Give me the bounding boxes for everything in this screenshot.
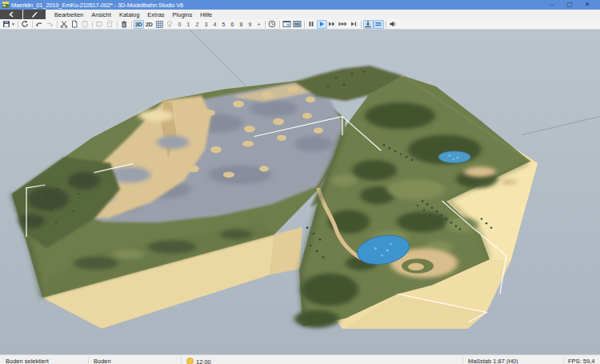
menu-bearbeiten[interactable]: Bearbeiten [50,11,87,18]
delete-icon [120,20,128,28]
sun-icon [186,358,194,364]
new-page-button[interactable] [70,20,80,29]
collapse-panel-button[interactable] [0,10,22,19]
cut-icon [60,20,68,28]
camera-2-button[interactable]: 2 [193,20,202,29]
clock-icon [268,20,276,28]
rotate-button[interactable] [105,20,115,29]
layout-window-button[interactable] [282,20,292,29]
camera-6-button[interactable]: 6 [228,20,237,29]
redo-icon [46,20,54,28]
couple-icon [374,20,382,28]
play-icon [318,21,325,27]
view-2d-toggle[interactable]: 2D [144,20,154,29]
main-toolbar: ▼ [0,19,600,30]
status-time: 12:00 [186,358,211,364]
camera-5-button[interactable]: 5 [219,20,228,29]
undo-icon [35,20,43,28]
to-end-icon [350,21,358,27]
pause-icon [308,21,314,27]
status-bar: Boden selektiert Boden 12:00 Maßstab 1:8… [0,354,600,364]
sound-icon [389,20,397,28]
camera-4-button[interactable]: 4 [210,20,219,29]
paste-icon [81,20,89,28]
status-scale: Maßstab 1:87 (H0) [468,358,518,364]
skip-to-end-button[interactable] [349,20,359,29]
close-button[interactable]: ✕ [583,2,591,8]
menu-ansicht[interactable]: Ansicht [87,11,115,18]
faster-icon [338,21,348,27]
play-button[interactable] [317,20,327,29]
new-page-icon [70,20,78,28]
paint-tool-button[interactable] [23,10,46,19]
status-layer: Boden [94,358,111,364]
menu-hilfe[interactable]: Hilfe [196,11,216,18]
pond-upper [438,151,470,163]
menu-bar: Bearbeiten Ansicht Katalog Extras Plugin… [0,10,600,19]
layout-window-icon [282,20,291,28]
light-icon [166,20,174,28]
window-title: Maerklin_01_2019_EmKo-210517-002* - 3D-M… [11,2,546,9]
camera-0-button[interactable]: 0 [175,20,184,29]
grid-toggle[interactable] [154,20,165,29]
menu-extras[interactable]: Extras [143,11,168,18]
undo-button[interactable] [34,20,45,29]
viewport-3d[interactable] [0,30,600,354]
app-window: Maerklin_01_2019_EmKo-210517-002* - 3D-M… [0,0,600,364]
menu-katalog[interactable]: Katalog [115,11,143,18]
maximize-button[interactable]: ▢ [566,2,574,8]
flip-button[interactable] [94,20,105,29]
control-window-button[interactable] [292,20,302,29]
light-toggle[interactable] [165,20,175,29]
fast-icon [328,21,336,27]
chevron-left-icon [9,11,14,18]
reset-view-button[interactable] [20,20,30,29]
snap-ground-icon [364,20,372,28]
camera-9-button[interactable]: 9 [246,20,254,29]
add-camera-button[interactable]: + [254,20,263,29]
pause-button[interactable] [306,20,317,29]
camera-8-button[interactable]: 8 [237,20,246,29]
view-3d-toggle[interactable]: 3D [134,20,144,29]
title-bar: Maerklin_01_2019_EmKo-210517-002* - 3D-M… [0,0,600,10]
snap-ground-toggle[interactable] [363,20,374,29]
clock-button[interactable] [267,20,278,29]
status-fps: FPS: 59,4 [568,358,594,364]
minimize-button[interactable]: – [548,2,556,8]
delete-button[interactable] [119,20,130,29]
redo-button[interactable] [45,20,55,29]
camera-1-button[interactable]: 1 [184,20,193,29]
paste-button[interactable] [80,20,90,29]
save-dropdown-caret: ▼ [11,22,15,26]
fast-forward-button[interactable] [327,20,338,29]
menu-plugins[interactable]: Plugins [169,11,197,18]
scene-3d [0,30,600,354]
app-icon [2,2,9,8]
flip-icon [95,20,103,28]
grid-icon [155,20,163,28]
couple-toggle[interactable] [374,20,384,29]
fastest-forward-button[interactable] [338,20,349,29]
control-window-icon [293,20,302,28]
reset-view-icon [21,20,29,28]
rotate-icon [106,20,114,28]
cut-button[interactable] [59,20,70,29]
save-icon [2,20,10,28]
brush-icon [31,11,38,18]
status-selection: Boden selektiert [6,358,49,364]
save-button[interactable]: ▼ [2,20,16,29]
sound-button[interactable] [388,20,398,29]
camera-3-button[interactable]: 3 [202,20,210,29]
